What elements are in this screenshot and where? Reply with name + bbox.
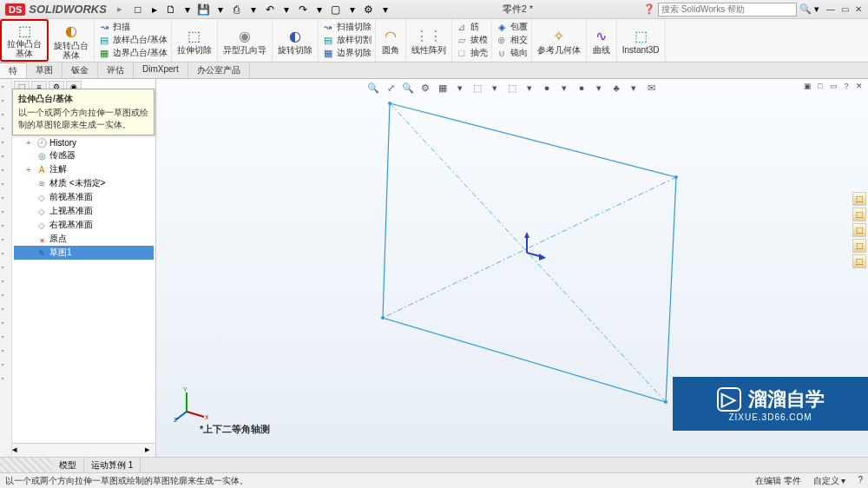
left-tool-12[interactable]: ▫ — [2, 249, 10, 258]
left-tool-17[interactable]: ▫ — [2, 319, 10, 327]
left-tool-11[interactable]: ▫ — [2, 235, 10, 244]
right-tool-4[interactable]: ⬚ — [852, 254, 866, 268]
ribbon-g4-0[interactable]: ◈包覆 — [496, 21, 528, 33]
qat-item-12[interactable]: ▢ — [329, 3, 343, 16]
qat-item-4[interactable]: 💾 — [197, 3, 211, 16]
ribbon-cut_rev[interactable]: ◐旋转切除 — [273, 19, 319, 62]
right-tool-3[interactable]: ⬚ — [852, 239, 866, 253]
timeline-preview[interactable] — [0, 458, 52, 472]
right-tool-1[interactable]: ⬚ — [852, 208, 866, 221]
left-tool-8[interactable]: ▫ — [2, 194, 10, 202]
left-tool-21[interactable]: ▫ — [2, 374, 10, 383]
ribbon-g1-2[interactable]: ▦边界凸台/基体 — [98, 47, 168, 59]
ribbon-g4-2[interactable]: ⊍镜向 — [496, 47, 528, 59]
ribbon-g2-0[interactable]: ↝扫描切除 — [322, 21, 372, 33]
left-tool-20[interactable]: ▫ — [2, 360, 10, 369]
qat-item-5[interactable]: ▾ — [214, 3, 227, 16]
ribbon-hole[interactable]: ◉异型孔向导 — [218, 19, 273, 62]
ribbon-revolve[interactable]: ◐旋转凸台基体 — [49, 19, 95, 62]
tree-item-3[interactable]: ≋材质 <未指定> — [14, 176, 154, 190]
qat-item-13[interactable]: ▾ — [345, 3, 359, 16]
ribbon-fillet[interactable]: ◠圆角 — [376, 19, 406, 62]
title-bar: DS SOLIDWORKS ▸ □▸🗋▾💾▾⎙▾↶▾↷▾▢▾⚙▾ 零件2 * ❓… — [0, 0, 868, 19]
tree-item-0[interactable]: +🕘History — [14, 136, 154, 148]
ribbon-cut_ext[interactable]: ⬚拉伸切除 — [172, 19, 218, 62]
ribbon-g4-1[interactable]: ⊗相交 — [496, 34, 528, 46]
ribbon-extrude[interactable]: ⬚拉伸凸台基体 — [0, 19, 49, 62]
tab-4[interactable]: DimXpert — [134, 63, 188, 78]
left-tool-10[interactable]: ▫ — [2, 221, 10, 230]
search-dropdown-icon[interactable]: ▾ — [814, 3, 819, 15]
left-tool-4[interactable]: ▫ — [2, 138, 10, 147]
tab-2[interactable]: 钣金 — [62, 63, 98, 78]
ribbon-g3-1[interactable]: ▱拔模 — [456, 34, 488, 46]
left-tool-0[interactable]: ▫ — [2, 82, 10, 91]
search-icon[interactable]: 🔍 — [799, 3, 812, 15]
menu-dropdown-icon[interactable]: ▸ — [117, 3, 122, 15]
expand-icon[interactable]: + — [26, 165, 34, 175]
qat-item-9[interactable]: ▾ — [279, 3, 293, 16]
status-custom[interactable]: 自定义 ▾ — [813, 475, 846, 487]
ribbon-g1-0[interactable]: ↝扫描 — [98, 21, 168, 33]
ribbon-g2-1[interactable]: ▤放样切割 — [322, 34, 372, 46]
left-tool-18[interactable]: ▫ — [2, 333, 10, 341]
qat-item-14[interactable]: ⚙ — [362, 3, 376, 16]
tree-item-8[interactable]: ✎草图1 — [14, 246, 154, 260]
restore-button[interactable]: ▭ — [838, 3, 851, 16]
tree-scrollbar[interactable]: ◂▸ — [12, 443, 155, 457]
left-tool-6[interactable]: ▫ — [2, 166, 10, 175]
left-tool-9[interactable]: ▫ — [2, 208, 10, 216]
tree-item-6[interactable]: ◇右视基准面 — [14, 218, 154, 232]
ribbon-g1-1[interactable]: ▤放样凸台/基体 — [98, 34, 168, 46]
qat-item-6[interactable]: ⎙ — [230, 3, 244, 16]
qat-item-7[interactable]: ▾ — [247, 3, 260, 16]
left-tool-19[interactable]: ▫ — [2, 346, 10, 355]
tab-3[interactable]: 评估 — [98, 63, 134, 78]
qat-item-2[interactable]: 🗋 — [164, 3, 178, 16]
qat-item-11[interactable]: ▾ — [312, 3, 326, 16]
tree-item-5[interactable]: ◇上视基准面 — [14, 204, 154, 218]
qat-item-3[interactable]: ▾ — [181, 3, 194, 16]
status-help-icon[interactable]: ? — [858, 475, 863, 487]
left-tool-7[interactable]: ▫ — [2, 180, 10, 188]
tree-item-7[interactable]: ⁎原点 — [14, 232, 154, 246]
tab-0[interactable]: 特 — [0, 63, 27, 78]
qat-item-0[interactable]: □ — [131, 3, 145, 16]
search-input[interactable] — [658, 3, 797, 16]
left-tool-13[interactable]: ▫ — [2, 263, 10, 272]
left-tool-1[interactable]: ▫ — [2, 96, 10, 105]
tree-item-4[interactable]: ◇前视基准面 — [14, 190, 154, 204]
tab-5[interactable]: 办公室产品 — [188, 63, 250, 78]
tab-model[interactable]: 模型 — [52, 458, 84, 472]
left-tool-14[interactable]: ▫ — [2, 277, 10, 286]
ribbon-instant3d[interactable]: ⬚Instant3D — [617, 19, 666, 62]
right-tool-2[interactable]: ⬚ — [852, 223, 866, 237]
help-icon[interactable]: ❓ — [643, 3, 655, 15]
qat-item-8[interactable]: ↶ — [263, 3, 277, 16]
close-button[interactable]: ✕ — [852, 3, 865, 16]
tree-item-1[interactable]: ◎传感器 — [14, 148, 154, 162]
left-tool-5[interactable]: ▫ — [2, 152, 10, 161]
ribbon-g3-2[interactable]: □抽壳 — [456, 47, 488, 59]
tab-1[interactable]: 草图 — [27, 63, 62, 78]
tree-item-2[interactable]: +A注解 — [14, 162, 154, 176]
viewport[interactable]: 🔍⤢🔍⚙▦▾⬚▾⬚▾●▾●▾♣▾✉ ▣□▭?✕ Y X Z *上下二等角轴测 ⬚… — [156, 79, 868, 457]
qat-item-15[interactable]: ▾ — [378, 3, 392, 16]
ribbon-pattern[interactable]: ⋮⋮线性阵列 — [406, 19, 452, 62]
left-tool-3[interactable]: ▫ — [2, 124, 10, 133]
left-tool-15[interactable]: ▫ — [2, 291, 10, 300]
qat-item-10[interactable]: ↷ — [296, 3, 310, 16]
ribbon-g2-2[interactable]: ▦边界切除 — [322, 47, 372, 59]
ribbon-g3-0[interactable]: ⊿筋 — [456, 21, 488, 33]
left-tool-2[interactable]: ▫ — [2, 110, 10, 119]
status-edit-state: 在编辑 零件 — [755, 475, 801, 487]
minimize-button[interactable]: — — [825, 3, 837, 16]
qat-item-1[interactable]: ▸ — [148, 3, 161, 16]
ribbon-refgeom[interactable]: ✧参考几何体 — [532, 19, 587, 62]
right-tool-0[interactable]: ⬚ — [852, 192, 866, 206]
tab-motion[interactable]: 运动算例 1 — [84, 458, 141, 472]
tree-label-0: History — [49, 138, 76, 148]
expand-icon[interactable]: + — [26, 138, 34, 148]
left-tool-16[interactable]: ▫ — [2, 305, 10, 313]
ribbon-curves[interactable]: ∿曲线 — [587, 19, 617, 62]
